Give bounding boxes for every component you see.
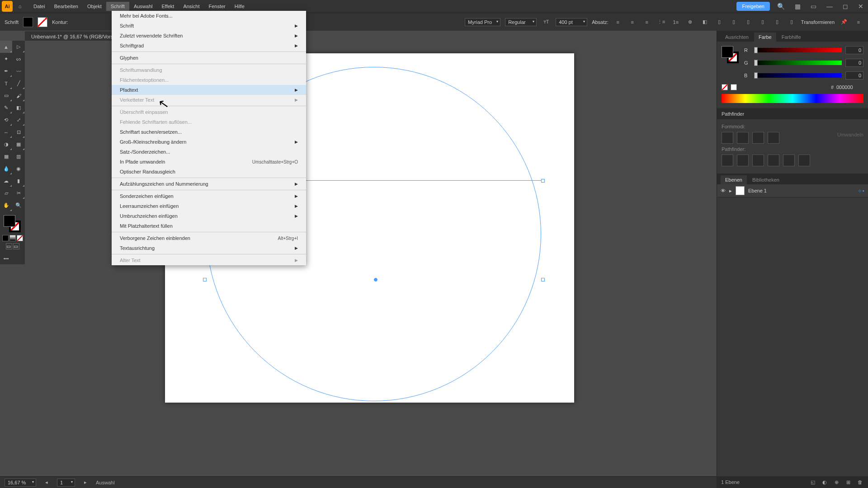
edit-toolbar[interactable]: ••• — [0, 252, 12, 264]
artboard-select[interactable]: 1 — [57, 479, 75, 487]
align-center-icon[interactable]: ≡ — [627, 17, 637, 27]
font-style-select[interactable]: Regular — [505, 18, 537, 26]
align-right-icon[interactable]: ≡ — [642, 17, 652, 27]
eyedropper-tool[interactable]: 💧 — [0, 163, 12, 175]
menu-item-schrift[interactable]: Schrift▶ — [112, 21, 306, 31]
pf-minus-back[interactable] — [798, 155, 810, 166]
layer-name[interactable]: Ebene 1 — [748, 188, 767, 193]
mesh-tool[interactable]: ▦ — [0, 150, 12, 163]
maximize-icon[interactable]: ◻ — [840, 3, 851, 10]
bullet-list-icon[interactable]: ⋮≡ — [656, 17, 666, 27]
pf-merge[interactable] — [752, 155, 764, 166]
scale-tool[interactable]: ⤢ — [13, 114, 25, 126]
delete-layer-icon[interactable]: 🗑 — [856, 479, 863, 486]
b-value[interactable]: 0 — [845, 71, 863, 80]
color-mode-none[interactable] — [17, 235, 23, 241]
pin-icon[interactable]: 📌 — [839, 17, 849, 27]
g-value[interactable]: 0 — [845, 59, 863, 67]
free-transform-tool[interactable]: ⊡ — [13, 126, 25, 138]
align-vert-2-icon[interactable]: ▯ — [772, 17, 782, 27]
artboard-next[interactable]: ▸ — [84, 479, 87, 485]
pf-crop[interactable] — [768, 155, 779, 166]
color-mode-gradient[interactable] — [9, 235, 16, 241]
selection-tool[interactable]: ▲ — [0, 41, 12, 53]
pathfinder-header[interactable]: Pathfinder — [717, 108, 868, 119]
color-spectrum[interactable] — [722, 94, 863, 103]
align-objects-2-icon[interactable]: ▯ — [729, 17, 739, 27]
menu-item-mehr-bei-adobe-fonts-[interactable]: Mehr bei Adobe Fonts... — [112, 11, 306, 21]
menu-item-gro-kleinschreibung-ndern[interactable]: Groß-/Kleinschreibung ändern▶ — [112, 137, 306, 147]
menu-auswahl[interactable]: Auswahl — [129, 2, 157, 11]
menu-fenster[interactable]: Fenster — [204, 2, 230, 11]
tab-farbhilfe[interactable]: Farbhilfe — [777, 33, 806, 42]
panel-fill-swatch[interactable] — [722, 46, 733, 58]
menu-item-leerraumzeichen-einf-gen[interactable]: Leerraumzeichen einfügen▶ — [112, 201, 306, 211]
color-mode-solid[interactable] — [2, 235, 9, 241]
gradient-tool[interactable]: ▥ — [13, 150, 25, 163]
menu-hilfe[interactable]: Hilfe — [230, 2, 249, 11]
none-swatch[interactable] — [722, 84, 728, 90]
rotate-tool[interactable]: ⟲ — [0, 114, 12, 126]
tab-farbe[interactable]: Farbe — [754, 33, 776, 42]
perspective-tool[interactable]: ▦ — [13, 138, 25, 150]
pf-exclude[interactable] — [768, 132, 779, 144]
selection-indicator[interactable]: ○ ▪ — [858, 188, 864, 193]
width-tool[interactable]: ↔ — [0, 126, 12, 138]
shaper-tool[interactable]: ✎ — [0, 102, 12, 114]
pf-minus-front[interactable] — [737, 132, 749, 144]
tab-ebenen[interactable]: Ebenen — [721, 175, 747, 184]
search-icon[interactable]: 🔍 — [774, 3, 788, 10]
menu-item-in-pfade-umwandeln[interactable]: In Pfade umwandelnUmschalttaste+Strg+O — [112, 157, 306, 167]
visibility-icon[interactable]: 👁 — [721, 188, 726, 193]
minimize-icon[interactable]: — — [824, 3, 835, 10]
locate-layer-icon[interactable]: ◱ — [809, 479, 816, 486]
new-layer-icon[interactable]: ⊞ — [844, 479, 852, 486]
eraser-tool[interactable]: ◧ — [13, 102, 25, 114]
menu-bearbeiten[interactable]: Bearbeiten — [50, 2, 83, 11]
paintbrush-tool[interactable]: 🖌 — [13, 89, 25, 102]
options-icon[interactable]: ⊕ — [685, 17, 695, 27]
menu-objekt[interactable]: Objekt — [83, 2, 106, 11]
tab-bibliotheken[interactable]: Bibliotheken — [748, 175, 784, 184]
align-objects-icon[interactable]: ▯ — [714, 17, 724, 27]
arrange-icon[interactable]: ▦ — [792, 3, 803, 10]
g-slider[interactable] — [754, 61, 842, 65]
r-slider[interactable] — [754, 48, 842, 52]
menu-datei[interactable]: Datei — [29, 2, 50, 11]
menu-item-schriftgrad[interactable]: Schriftgrad▶ — [112, 41, 306, 51]
fill-stroke-colors[interactable]: ▭ ▭ — [0, 211, 25, 252]
direct-selection-tool[interactable]: ▷ — [13, 41, 25, 53]
pf-divide[interactable] — [722, 155, 733, 166]
transform-label[interactable]: Transformieren — [801, 19, 835, 25]
white-swatch[interactable] — [731, 84, 737, 90]
font-size-select[interactable]: 400 pt — [556, 18, 587, 26]
font-family-select[interactable]: Myriad Pro — [465, 18, 500, 26]
pf-trim[interactable] — [737, 155, 749, 166]
symbol-sprayer-tool[interactable]: ☁ — [0, 175, 12, 187]
menu-item-zuletzt-verwendete-schriften[interactable]: Zuletzt verwendete Schriften▶ — [112, 31, 306, 41]
curvature-tool[interactable]: 〰 — [13, 65, 25, 77]
menu-ansicht[interactable]: Ansicht — [179, 2, 204, 11]
blend-tool[interactable]: ◉ — [13, 163, 25, 175]
new-sublayer-icon[interactable]: ⊕ — [833, 479, 840, 486]
menu-item-verborgene-zeichen-einblenden[interactable]: Verborgene Zeichen einblendenAlt+Strg+I — [112, 233, 306, 243]
expand-icon[interactable]: ▸ — [729, 188, 732, 194]
artboard-prev[interactable]: ◂ — [45, 479, 48, 485]
menu-item-pfadtext[interactable]: Pfadtext▶ — [112, 85, 306, 95]
menu-item-schriftart-suchen-ersetzen-[interactable]: Schriftart suchen/ersetzen... — [112, 127, 306, 137]
home-icon[interactable]: ⌂ — [15, 2, 24, 11]
menu-icon[interactable]: ≡ — [854, 17, 863, 27]
hex-input[interactable]: 000000 — [836, 84, 863, 90]
menu-schrift[interactable]: Schrift — [106, 2, 129, 11]
isolate-icon[interactable]: ◧ — [700, 17, 710, 27]
menu-item-aufz-hlungszeichen-und-nummerierung[interactable]: Aufzählungszeichen und Nummerierung▶ — [112, 179, 306, 189]
menu-item-sonderzeichen-einf-gen[interactable]: Sonderzeichen einfügen▶ — [112, 191, 306, 201]
clip-mask-icon[interactable]: ◐ — [821, 479, 828, 486]
zoom-tool[interactable]: 🔍 — [13, 199, 25, 211]
b-slider[interactable] — [754, 73, 842, 78]
workspace-icon[interactable]: ▭ — [808, 3, 819, 10]
menu-effekt[interactable]: Effekt — [157, 2, 179, 11]
menu-item-umbruchzeichen-einf-gen[interactable]: Umbruchzeichen einfügen▶ — [112, 211, 306, 221]
pf-intersect[interactable] — [752, 132, 764, 144]
graph-tool[interactable]: ▮ — [13, 175, 25, 187]
